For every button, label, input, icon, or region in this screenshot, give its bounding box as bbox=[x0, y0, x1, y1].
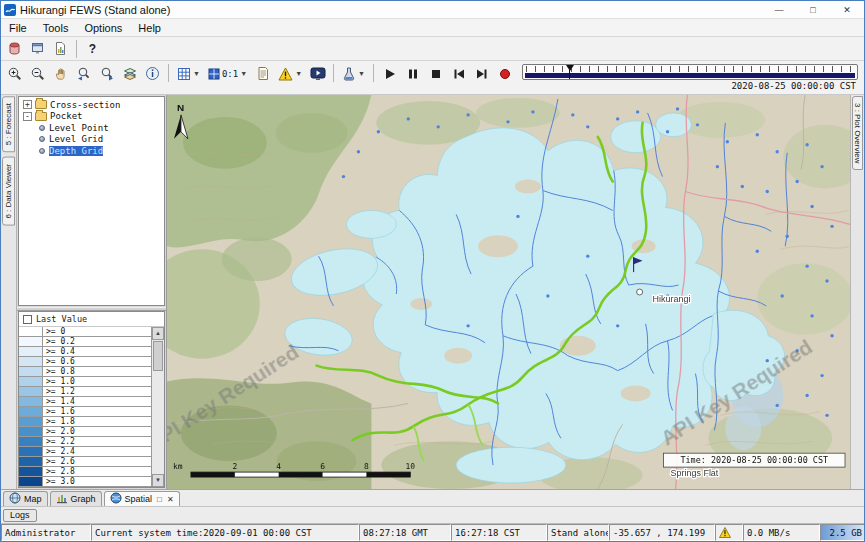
grid-value-icon bbox=[208, 68, 220, 80]
legend-label: >= 1.6 bbox=[43, 407, 151, 416]
tree-expander-icon[interactable]: - bbox=[23, 112, 32, 121]
time-slider-range bbox=[525, 73, 855, 78]
tree-expander-icon[interactable]: + bbox=[23, 100, 32, 109]
spatial-globe-icon bbox=[110, 492, 122, 504]
scale-unit: km bbox=[173, 462, 183, 471]
menu-bar: FileToolsOptionsHelp bbox=[1, 19, 864, 37]
status-mode: Stand alone bbox=[547, 524, 609, 541]
stop-button[interactable] bbox=[424, 63, 447, 84]
place-label: Springs Flat bbox=[671, 468, 719, 478]
toolbar-map: ▼ 0:1 ▼ ▼ ▼ bbox=[1, 61, 864, 95]
help-button[interactable]: ? bbox=[81, 38, 104, 59]
zoom-in-button[interactable] bbox=[3, 63, 26, 84]
status-memory-usage: 2.5 GB bbox=[820, 524, 865, 541]
animation-tool-button[interactable]: ▼ bbox=[338, 63, 369, 84]
scrollbar-thumb[interactable] bbox=[153, 341, 163, 371]
profile-icon bbox=[255, 66, 270, 81]
legend-label: >= 1.0 bbox=[43, 377, 151, 386]
legend-row: >= 2.6 bbox=[19, 457, 151, 467]
scale-tick: 8 bbox=[364, 462, 369, 471]
tab-restore-icon[interactable]: □ bbox=[157, 495, 162, 504]
window-controls: — □ ✕ bbox=[762, 1, 864, 18]
time-slider[interactable] bbox=[522, 64, 858, 80]
legend-row: >= 0 bbox=[19, 327, 151, 337]
logs-button[interactable]: Logs bbox=[3, 509, 37, 522]
left-panel: +Cross-section-PocketLevel PointLevel Gr… bbox=[17, 95, 167, 489]
node-bullet-icon bbox=[39, 136, 45, 142]
time-slider-area: 2020-08-25 00:00:00 CST bbox=[522, 64, 858, 91]
legend-scrollbar[interactable]: ▲ ▼ bbox=[151, 327, 164, 487]
pan-button[interactable] bbox=[49, 63, 72, 84]
last-value-checkbox[interactable] bbox=[23, 315, 32, 324]
legend-row: >= 2.8 bbox=[19, 467, 151, 477]
toolbar-separator bbox=[76, 40, 77, 58]
tab-map[interactable]: Map bbox=[3, 491, 48, 506]
maximize-button[interactable]: □ bbox=[796, 1, 830, 18]
map-view[interactable]: API Key Required API Key Required Hikura… bbox=[167, 95, 850, 489]
legend-row: >= 1.0 bbox=[19, 377, 151, 387]
right-tab-3-plot-overview[interactable]: 3 : Plot Overview bbox=[852, 96, 863, 170]
info-button[interactable] bbox=[141, 63, 164, 84]
profile-button[interactable] bbox=[251, 63, 274, 84]
scroll-down-icon[interactable]: ▼ bbox=[152, 474, 164, 487]
zoom-next-button[interactable] bbox=[95, 63, 118, 84]
legend-swatch bbox=[19, 377, 43, 386]
minimize-button[interactable]: — bbox=[762, 1, 796, 18]
legend-swatch bbox=[19, 447, 43, 456]
app-icon bbox=[4, 4, 16, 16]
skip-to-end-button[interactable] bbox=[470, 63, 493, 84]
tree-item-label: Depth Grid bbox=[49, 146, 103, 156]
tree-item-depth-grid[interactable]: Depth Grid bbox=[19, 145, 164, 157]
place-label: Hikurangi bbox=[653, 294, 691, 304]
legend-label: >= 2.6 bbox=[43, 457, 151, 466]
database-button[interactable] bbox=[3, 38, 26, 59]
legend-body: >= 0>= 0.2>= 0.4>= 0.6>= 0.8>= 1.0>= 1.2… bbox=[19, 327, 164, 487]
tree-item-level-point[interactable]: Level Point bbox=[19, 122, 164, 134]
thresholds-button[interactable]: ▼ bbox=[274, 63, 306, 84]
left-tab-5-forecast[interactable]: 5 : Forecast bbox=[2, 96, 15, 152]
tab-close-icon[interactable]: ✕ bbox=[167, 495, 174, 504]
tab-label: Spatial bbox=[125, 494, 153, 504]
import-icon bbox=[30, 41, 45, 56]
menu-file[interactable]: File bbox=[1, 21, 35, 35]
grid-value-label: 0:1 bbox=[222, 69, 238, 79]
status-text: 08:27:18 GMT bbox=[363, 528, 428, 538]
tree-item-pocket[interactable]: -Pocket bbox=[19, 111, 164, 123]
window-title: Hikurangi FEWS (Stand alone) bbox=[20, 4, 170, 16]
tab-graph[interactable]: Graph bbox=[50, 491, 102, 506]
scroll-up-icon[interactable]: ▲ bbox=[152, 327, 164, 340]
menu-help[interactable]: Help bbox=[130, 21, 169, 35]
import-button[interactable] bbox=[26, 38, 49, 59]
database-icon bbox=[7, 41, 22, 56]
zoom-previous-button[interactable] bbox=[72, 63, 95, 84]
record-button[interactable] bbox=[493, 63, 516, 84]
legend-label: >= 2.8 bbox=[43, 467, 151, 476]
tab-spatial[interactable]: Spatial□✕ bbox=[104, 491, 180, 506]
close-button[interactable]: ✕ bbox=[830, 1, 864, 18]
zoom-out-button[interactable] bbox=[26, 63, 49, 84]
left-tab-6-data-viewer[interactable]: 6 : Data Viewer bbox=[2, 157, 15, 226]
legend-label: >= 1.8 bbox=[43, 417, 151, 426]
legend-row: >= 1.6 bbox=[19, 407, 151, 417]
play-button[interactable] bbox=[378, 63, 401, 84]
menu-options[interactable]: Options bbox=[76, 21, 130, 35]
scale-tick: 4 bbox=[276, 462, 281, 471]
skip-to-start-button[interactable] bbox=[447, 63, 470, 84]
pause-button[interactable] bbox=[401, 63, 424, 84]
layers-button[interactable] bbox=[118, 63, 141, 84]
grid-display-button[interactable]: ▼ bbox=[173, 63, 204, 84]
chart-icon bbox=[56, 492, 68, 504]
map-canvas[interactable]: API Key Required API Key Required Hikura… bbox=[167, 95, 850, 489]
time-slider-thumb[interactable] bbox=[566, 65, 574, 71]
tree-item-label: Level Point bbox=[49, 123, 109, 133]
legend-label: >= 0.4 bbox=[43, 347, 151, 356]
grid-value-button[interactable]: 0:1 ▼ bbox=[204, 63, 251, 84]
export-button[interactable] bbox=[49, 38, 72, 59]
legend-label: >= 2.4 bbox=[43, 447, 151, 456]
menu-tools[interactable]: Tools bbox=[35, 21, 77, 35]
tree-item-level-grid[interactable]: Level Grid bbox=[19, 134, 164, 146]
legend-row: >= 2.4 bbox=[19, 447, 151, 457]
layers-icon bbox=[122, 66, 138, 82]
left-tab-strip: 5 : Forecast6 : Data Viewer bbox=[1, 95, 17, 489]
display-button[interactable] bbox=[306, 63, 329, 84]
